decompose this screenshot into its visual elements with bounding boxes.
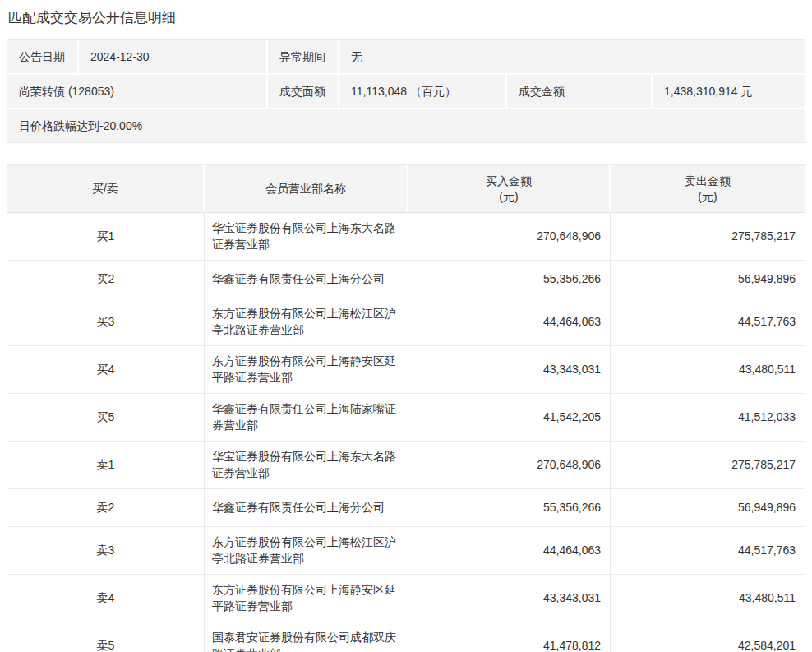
- cell-member: 华鑫证券有限责任公司上海陆家嘴证券营业部: [205, 394, 408, 441]
- cell-sell-amount: 43,480,511: [611, 346, 805, 393]
- cell-member: 东方证券股份有限公司上海松江区沪亭北路证券营业部: [205, 298, 408, 345]
- trade-table: 买/卖 会员营业部名称 买入金额 (元) 卖出金额 (元) 买1 华宝证券股份有…: [7, 164, 805, 652]
- cell-member: 华宝证券股份有限公司上海东大名路证券营业部: [205, 213, 408, 260]
- abnormal-period-label: 异常期间: [268, 40, 339, 73]
- cell-sell-amount: 44,517,763: [611, 298, 805, 345]
- cell-member: 东方证券股份有限公司上海静安区延平路证券营业部: [205, 346, 408, 393]
- cell-side: 卖2: [7, 489, 205, 526]
- info-row-note: 日价格跌幅达到-20.00%: [7, 109, 805, 142]
- cell-sell-amount: 56,949,896: [611, 261, 805, 298]
- announce-date-label: 公告日期: [7, 40, 79, 73]
- announce-date-value: 2024-12-30: [79, 40, 268, 73]
- security-name: 尚荣转债 (128053): [7, 75, 268, 108]
- col-header-buy-amount: 买入金额 (元): [408, 165, 611, 212]
- col-header-buy-amount-unit: (元): [499, 189, 518, 205]
- table-row: 买5 华鑫证券有限责任公司上海陆家嘴证券营业部 41,542,205 41,51…: [7, 394, 805, 442]
- cell-buy-amount: 41,542,205: [408, 394, 611, 441]
- col-header-sell-amount-title: 卖出金额: [685, 173, 731, 189]
- cell-member: 国泰君安证券股份有限公司成都双庆路证券营业部: [205, 622, 408, 652]
- table-row: 卖5 国泰君安证券股份有限公司成都双庆路证券营业部 41,478,812 42,…: [7, 622, 805, 652]
- cell-buy-amount: 43,343,031: [408, 346, 611, 393]
- table-row: 买4 东方证券股份有限公司上海静安区延平路证券营业部 43,343,031 43…: [7, 346, 805, 394]
- cell-sell-amount: 41,512,033: [611, 394, 805, 441]
- col-header-sell-amount: 卖出金额 (元): [611, 165, 805, 212]
- face-value-value: 11,113,048 （百元）: [339, 75, 507, 108]
- disclosure-detail-page: 匹配成交交易公开信息明细 公告日期 2024-12-30 异常期间 无 尚荣转债…: [0, 0, 812, 652]
- turnover-value: 1,438,310,914 元: [653, 75, 805, 108]
- cell-sell-amount: 43,480,511: [611, 575, 805, 622]
- cell-sell-amount: 42,584,201: [611, 622, 805, 652]
- cell-member: 华鑫证券有限责任公司上海分公司: [205, 489, 408, 526]
- table-row: 卖1 华宝证券股份有限公司上海东大名路证券营业部 270,648,906 275…: [7, 442, 805, 489]
- col-header-buy-amount-title: 买入金额: [486, 173, 532, 189]
- cell-side: 买1: [7, 213, 205, 260]
- info-row-security: 尚荣转债 (128053) 成交面额 11,113,048 （百元） 成交金额 …: [7, 75, 805, 109]
- col-header-sell-amount-unit: (元): [698, 189, 717, 205]
- cell-sell-amount: 275,785,217: [611, 442, 805, 488]
- cell-side: 卖3: [7, 527, 205, 574]
- cell-sell-amount: 275,785,217: [611, 213, 805, 260]
- cell-side: 买2: [7, 261, 205, 298]
- cell-member: 东方证券股份有限公司上海松江区沪亭北路证券营业部: [205, 527, 408, 574]
- table-header-row: 买/卖 会员营业部名称 买入金额 (元) 卖出金额 (元): [7, 165, 805, 213]
- cell-buy-amount: 41,478,812: [408, 622, 611, 652]
- page-title: 匹配成交交易公开信息明细: [8, 10, 805, 26]
- cell-buy-amount: 55,356,266: [408, 261, 611, 298]
- cell-member: 东方证券股份有限公司上海静安区延平路证券营业部: [205, 575, 408, 622]
- table-row: 卖3 东方证券股份有限公司上海松江区沪亭北路证券营业部 44,464,063 4…: [7, 527, 805, 575]
- cell-buy-amount: 44,464,063: [408, 298, 611, 345]
- turnover-label: 成交金额: [507, 75, 653, 108]
- abnormal-period-value: 无: [339, 40, 805, 73]
- cell-side: 卖4: [7, 575, 205, 622]
- cell-side: 卖5: [7, 622, 205, 652]
- col-header-member: 会员营业部名称: [205, 165, 408, 212]
- col-header-side: 买/卖: [7, 165, 205, 212]
- table-row: 卖4 东方证券股份有限公司上海静安区延平路证券营业部 43,343,031 43…: [7, 575, 805, 622]
- table-row: 卖2 华鑫证券有限责任公司上海分公司 55,356,266 56,949,896: [7, 489, 805, 527]
- summary-info-panel: 公告日期 2024-12-30 异常期间 无 尚荣转债 (128053) 成交面…: [7, 39, 805, 143]
- cell-side: 买5: [7, 394, 205, 441]
- cell-sell-amount: 44,517,763: [611, 527, 805, 574]
- info-row-date: 公告日期 2024-12-30 异常期间 无: [7, 40, 805, 75]
- cell-buy-amount: 270,648,906: [408, 213, 611, 260]
- cell-sell-amount: 56,949,896: [611, 489, 805, 526]
- cell-buy-amount: 44,464,063: [408, 527, 611, 574]
- price-change-note: 日价格跌幅达到-20.00%: [7, 109, 805, 142]
- cell-member: 华宝证券股份有限公司上海东大名路证券营业部: [205, 442, 408, 488]
- cell-buy-amount: 270,648,906: [408, 442, 611, 488]
- cell-buy-amount: 43,343,031: [408, 575, 611, 622]
- cell-side: 卖1: [7, 442, 205, 488]
- table-row: 买2 华鑫证券有限责任公司上海分公司 55,356,266 56,949,896: [7, 261, 805, 298]
- table-row: 买3 东方证券股份有限公司上海松江区沪亭北路证券营业部 44,464,063 4…: [7, 298, 805, 346]
- cell-side: 买3: [7, 298, 205, 345]
- cell-member: 华鑫证券有限责任公司上海分公司: [205, 261, 408, 298]
- cell-side: 买4: [7, 346, 205, 393]
- cell-buy-amount: 55,356,266: [408, 489, 611, 526]
- table-row: 买1 华宝证券股份有限公司上海东大名路证券营业部 270,648,906 275…: [7, 213, 805, 261]
- face-value-label: 成交面额: [268, 75, 339, 108]
